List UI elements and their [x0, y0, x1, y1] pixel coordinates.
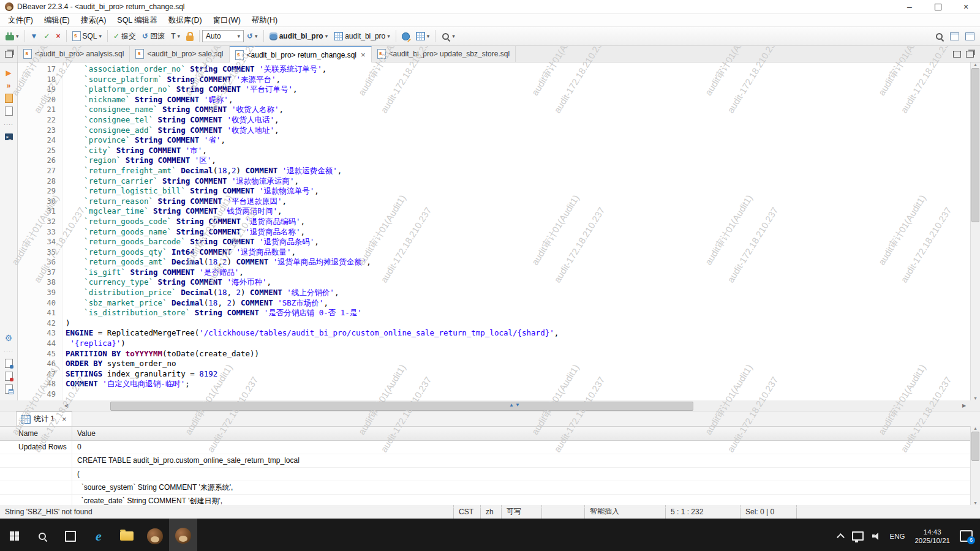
statistics-tab[interactable]: 统计 1 × [16, 411, 72, 426]
disconnect-button[interactable]: × [53, 29, 63, 43]
menu-item[interactable]: 文件(F) [2, 14, 39, 26]
open-file-button[interactable] [0, 105, 17, 118]
tab-close-icon[interactable]: × [62, 415, 67, 423]
terminal-icon: >_ [5, 133, 13, 140]
search-menu-button[interactable]: ▾ [438, 29, 458, 43]
result-cell-value[interactable]: `source_system` String COMMENT '来源系统', [72, 481, 980, 494]
result-row[interactable]: Updated Rows0 [0, 441, 980, 454]
result-cell-name[interactable] [0, 454, 72, 467]
chevron-down-icon: ▾ [427, 33, 430, 39]
maximize-view-icon[interactable] [966, 51, 974, 58]
editor-tab[interactable]: <audit_bi_pro> return_change.sql× [230, 46, 372, 62]
maximize-button[interactable] [924, 0, 952, 13]
editor-hscrollbar[interactable]: ◀ ▲▼ ▶ [0, 400, 980, 411]
scroll-down-icon[interactable]: ▼ [973, 396, 978, 400]
close-button[interactable]: × [952, 0, 980, 13]
result-cell-name[interactable] [0, 495, 72, 508]
execute-script-button[interactable]: » [0, 79, 17, 92]
result-cell-value[interactable]: ( [72, 468, 980, 481]
error-log-button[interactable] [0, 370, 17, 383]
taskbar-search-button[interactable] [28, 519, 56, 551]
result-cell-name[interactable]: Updated Rows [0, 441, 72, 454]
dbeaver-taskbar-button[interactable] [141, 519, 169, 551]
task-view-button[interactable] [56, 519, 85, 551]
editor-tab[interactable]: <audit_bi_pro> analysis.sql [18, 46, 130, 62]
code-text: `return_goods_code` String COMMENT '退货商品… [62, 217, 305, 227]
settings-button[interactable]: ⚙ [0, 331, 17, 344]
volume-tray-icon[interactable] [868, 519, 886, 551]
clock[interactable]: 14:43 2025/10/21 [909, 519, 956, 551]
transaction-mode-button[interactable]: T▾ [168, 29, 183, 43]
results-vscrollbar[interactable]: ▲ ▼ [970, 426, 980, 505]
open-perspective-button[interactable] [947, 29, 962, 43]
sash-markers[interactable]: ▲▼ [509, 402, 521, 408]
result-row[interactable]: CREATE TABLE audit_bi_pro.custom_online_… [0, 454, 980, 468]
result-row[interactable]: `source_system` String COMMENT '来源系统', [0, 481, 980, 495]
sql-editor[interactable]: 17 `association_order_no` String COMMENT… [18, 62, 980, 400]
result-cell-value[interactable]: `create_date` String COMMENT '创建日期', [72, 495, 980, 508]
input-language-button[interactable]: ENG [886, 519, 910, 551]
result-cell-name[interactable] [0, 468, 72, 481]
dbeaver-taskbar-button-active[interactable] [169, 519, 197, 551]
scroll-left-icon[interactable]: ◀ [61, 403, 71, 408]
rollback-button[interactable]: ↺回滚 [139, 29, 168, 43]
sql-menu-label: SQL [83, 32, 97, 40]
chevron-down-icon: ▾ [99, 33, 102, 39]
query-history-button[interactable]: ↺▾ [244, 29, 261, 43]
lock-button[interactable] [183, 29, 197, 43]
result-row[interactable]: `create_date` String COMMENT '创建日期', [0, 495, 980, 508]
commit-mode-combo[interactable]: Auto▾ [202, 30, 244, 42]
schema-selector[interactable]: audit_bi_pro▾ [331, 29, 393, 43]
tray-expand-button[interactable] [834, 519, 848, 551]
open-terminal-button[interactable]: >_ [0, 130, 17, 143]
minimize-view-icon[interactable] [953, 51, 961, 58]
minimize-button[interactable]: – [895, 0, 924, 13]
quick-search-button[interactable] [932, 29, 947, 43]
column-header-value[interactable]: Value [72, 427, 980, 440]
file-explorer-button[interactable] [113, 519, 141, 551]
menu-item[interactable]: 数据库(D) [163, 14, 208, 26]
scroll-up-icon[interactable]: ▲ [973, 62, 978, 67]
perspective-switcher-button[interactable] [962, 29, 978, 43]
internet-explorer-button[interactable]: e [85, 519, 113, 551]
output-view-button[interactable] [0, 357, 17, 370]
menu-item[interactable]: 帮助(H) [246, 14, 283, 26]
new-connection-button[interactable]: ▾ [2, 29, 22, 43]
menu-item[interactable]: SQL 编辑器 [111, 14, 163, 26]
restore-navigator-button[interactable] [0, 46, 18, 62]
menu-item[interactable]: 窗口(W) [208, 14, 246, 26]
result-cell-value[interactable]: 0 [72, 441, 980, 454]
column-header-name[interactable]: Name [0, 427, 72, 440]
database-selector[interactable]: audit_bi_pro▾ [266, 29, 331, 43]
network-tray-icon[interactable] [848, 519, 868, 551]
result-cell-name[interactable] [0, 481, 72, 494]
menu-item[interactable]: 搜索(A) [75, 14, 112, 26]
commit-button[interactable]: ✓提交 [110, 29, 139, 43]
result-row[interactable]: ( [0, 468, 980, 481]
result-grid-button[interactable] [0, 383, 17, 395]
new-sql-editor-button[interactable] [0, 92, 17, 105]
editor-tab[interactable]: <audit_bi_pro> sale.sql [130, 46, 229, 62]
scroll-down-icon[interactable]: ▼ [973, 501, 978, 505]
editor-tab-label: <audit_bi_pro> return_change.sql [247, 51, 356, 59]
code-text: `is_gift` String COMMENT '是否赠品', [62, 268, 244, 278]
editor-vscrollbar[interactable]: ▲ ▼ [970, 62, 980, 400]
tab-close-icon[interactable]: × [361, 51, 366, 59]
web-button[interactable] [399, 29, 413, 43]
editor-tab[interactable]: <audit_bi_pro> update_sbz_store.sql [372, 46, 516, 62]
sql-editor-menu-button[interactable]: SQL▾ [69, 29, 105, 43]
grid-view-button[interactable]: ▾ [413, 29, 433, 43]
run-sql-button[interactable]: ▶ [0, 66, 17, 79]
start-button[interactable] [0, 519, 28, 551]
scroll-right-icon[interactable]: ▶ [959, 403, 969, 408]
result-cell-value[interactable]: CREATE TABLE audit_bi_pro.custom_online_… [72, 454, 980, 467]
vscroll-thumb[interactable] [971, 68, 979, 222]
menu-bar: 文件(F)编辑(E)搜索(A)SQL 编辑器数据库(D)窗口(W)帮助(H) [0, 14, 980, 27]
menu-item[interactable]: 编辑(E) [39, 14, 75, 26]
connect-button[interactable]: ✓ [40, 29, 53, 43]
fetch-next-button[interactable]: ▼ [28, 29, 41, 43]
hscroll-thumb[interactable] [110, 402, 693, 411]
scroll-up-icon[interactable]: ▲ [973, 426, 978, 430]
vscroll-thumb[interactable] [971, 432, 979, 461]
action-center-button[interactable]: 6 [956, 519, 980, 551]
